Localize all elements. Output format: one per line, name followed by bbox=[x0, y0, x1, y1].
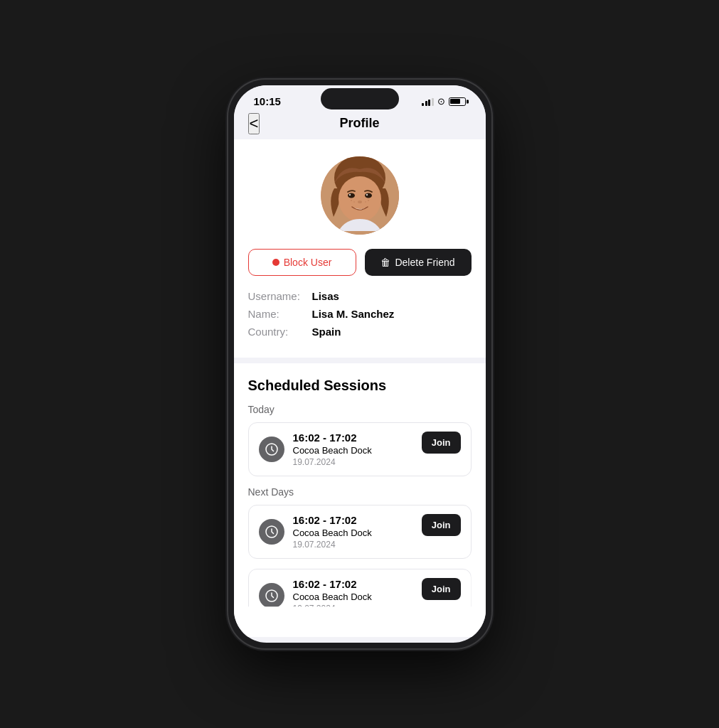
today-label: Today bbox=[248, 404, 472, 415]
avatar bbox=[321, 156, 399, 235]
sessions-title: Scheduled Sessions bbox=[248, 378, 472, 394]
name-label: Name: bbox=[248, 308, 312, 320]
session-clock-icon-2 bbox=[259, 519, 284, 545]
status-icons: ⊙ bbox=[422, 96, 466, 107]
header: < Profile bbox=[234, 110, 486, 139]
svg-point-3 bbox=[339, 176, 381, 222]
svg-point-8 bbox=[358, 200, 362, 203]
name-row: Name: Lisa M. Sanchez bbox=[248, 308, 472, 320]
scroll-content[interactable]: Block User 🗑 Delete Friend Username: Lis… bbox=[234, 139, 486, 643]
svg-point-7 bbox=[366, 194, 367, 196]
join-button-next-2[interactable]: Join bbox=[422, 578, 461, 600]
block-icon bbox=[272, 259, 279, 266]
username-row: Username: Lisas bbox=[248, 290, 472, 302]
action-buttons: Block User 🗑 Delete Friend bbox=[248, 249, 472, 276]
session-clock-icon-3 bbox=[259, 583, 284, 609]
username-value: Lisas bbox=[312, 290, 339, 302]
svg-point-6 bbox=[348, 194, 350, 196]
session-date-3: 19.07.2024 bbox=[293, 604, 461, 614]
session-card-next-1: 16:02 - 17:02 Cocoa Beach Dock 19.07.202… bbox=[248, 505, 472, 559]
country-label: Country: bbox=[248, 326, 312, 338]
svg-point-5 bbox=[365, 193, 372, 198]
username-label: Username: bbox=[248, 290, 312, 302]
country-row: Country: Spain bbox=[248, 326, 472, 338]
svg-point-12 bbox=[365, 201, 366, 203]
session-date: 19.07.2024 bbox=[293, 457, 461, 467]
svg-point-9 bbox=[351, 200, 352, 201]
wifi-icon: ⊙ bbox=[437, 96, 445, 107]
session-card-next-2: 16:02 - 17:02 Cocoa Beach Dock 19.07.202… bbox=[248, 569, 472, 623]
phone-screen: 10:15 ⊙ < Profile bbox=[234, 85, 486, 643]
profile-card: Block User 🗑 Delete Friend Username: Lis… bbox=[234, 139, 486, 358]
join-button-today-1[interactable]: Join bbox=[422, 432, 461, 454]
svg-point-4 bbox=[348, 193, 355, 198]
country-value: Spain bbox=[312, 326, 341, 338]
dynamic-island bbox=[321, 88, 399, 109]
signal-icon bbox=[422, 97, 434, 106]
name-value: Lisa M. Sanchez bbox=[312, 308, 395, 320]
join-button-next-1[interactable]: Join bbox=[422, 514, 461, 536]
block-user-button[interactable]: Block User bbox=[248, 249, 356, 276]
session-clock-icon bbox=[259, 437, 284, 462]
phone-device: 10:15 ⊙ < Profile bbox=[228, 80, 491, 648]
delete-friend-button[interactable]: 🗑 Delete Friend bbox=[365, 249, 472, 276]
status-time: 10:15 bbox=[254, 95, 281, 107]
session-date-2: 19.07.2024 bbox=[293, 540, 461, 550]
back-button[interactable]: < bbox=[248, 113, 260, 134]
page-title: Profile bbox=[339, 116, 379, 131]
battery-icon bbox=[449, 97, 466, 106]
user-info: Username: Lisas Name: Lisa M. Sanchez Co… bbox=[248, 290, 472, 343]
next-days-label: Next Days bbox=[248, 486, 472, 498]
svg-point-11 bbox=[368, 200, 369, 201]
trash-icon: 🗑 bbox=[380, 257, 390, 268]
sessions-section: Scheduled Sessions Today 16:02 - 17:02 C… bbox=[234, 363, 486, 637]
session-card-today-1: 16:02 - 17:02 Cocoa Beach Dock 19.07.202… bbox=[248, 422, 472, 476]
svg-point-10 bbox=[353, 201, 355, 203]
